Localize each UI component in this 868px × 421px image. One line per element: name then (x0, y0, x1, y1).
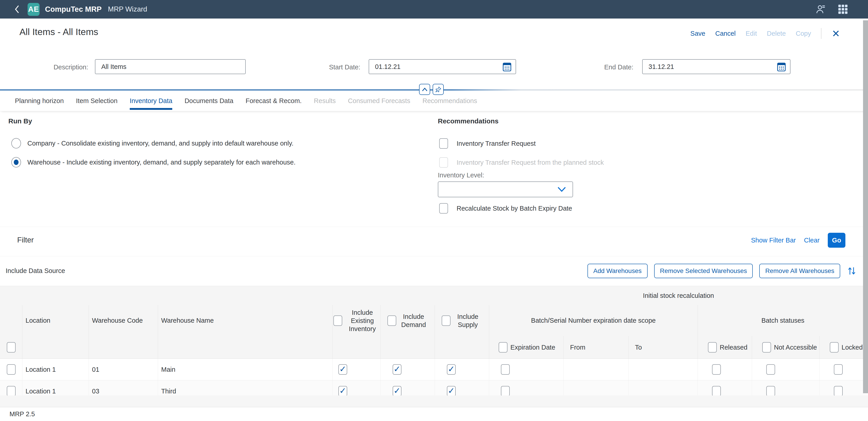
end-date-label: End Date: (592, 64, 633, 71)
col-expiration-date-label: Expiration Date (510, 344, 555, 351)
footer-bar: MRP 2.5 (0, 407, 868, 421)
grid-icon (838, 4, 848, 14)
include-supply-checkbox[interactable] (447, 364, 456, 375)
tab-recommendations: Recommendations (423, 91, 477, 111)
close-button[interactable] (831, 29, 840, 38)
close-icon (832, 30, 839, 37)
radio-company-label: Company - Consolidate existing inventory… (27, 140, 293, 147)
inventory-transfer-planned-row: Inventory Transfer Request from the plan… (439, 157, 604, 168)
delete-button: Delete (767, 30, 786, 37)
tab-documents-data[interactable]: Documents Data (184, 91, 233, 111)
sort-button[interactable] (847, 265, 857, 277)
description-input[interactable] (101, 63, 245, 71)
pin-icon (435, 86, 441, 93)
app-finder-button[interactable] (838, 4, 848, 14)
go-button[interactable]: Go (828, 233, 845, 248)
inventory-transfer-planned-checkbox (439, 157, 448, 168)
locked-checkbox[interactable] (834, 364, 843, 375)
include-demand-checkbox[interactable] (393, 364, 401, 375)
include-existing-checkbox[interactable] (338, 364, 347, 375)
col-not-accessible: Not Accessible (752, 336, 819, 359)
radio-warehouse[interactable] (11, 157, 21, 167)
expiration-date-checkbox[interactable] (501, 386, 510, 396)
col-to[interactable]: To (628, 336, 698, 359)
pin-header-button[interactable] (433, 84, 444, 95)
group-initial-stock-recalculation: Initial stock recalculation (489, 286, 868, 305)
include-demand-checkbox[interactable] (393, 386, 401, 396)
section-divider (0, 227, 868, 227)
tab-item-selection[interactable]: Item Selection (76, 91, 118, 111)
not-accessible-checkbox[interactable] (766, 386, 775, 396)
include-demand-header-checkbox[interactable] (388, 316, 396, 326)
row-select-checkbox[interactable] (7, 364, 16, 375)
content-bottom-band (0, 395, 868, 407)
col-from[interactable]: From (563, 336, 628, 359)
run-by-option-warehouse[interactable]: Warehouse - Include existing inventory, … (11, 157, 296, 167)
inventory-transfer-request-checkbox[interactable] (439, 138, 448, 149)
expiration-date-checkbox[interactable] (501, 364, 510, 375)
col-warehouse-code[interactable]: Warehouse Code (89, 305, 158, 336)
col-include-supply: Include Supply (435, 305, 489, 336)
not-accessible-header-checkbox[interactable] (762, 342, 771, 353)
col-include-existing: Include Existing Inventory (332, 305, 380, 336)
include-supply-header-checkbox[interactable] (442, 316, 451, 326)
col-locked: Locked (819, 336, 868, 359)
show-filter-bar-link[interactable]: Show Filter Bar (751, 236, 796, 244)
empty-header-cell (332, 336, 380, 359)
remove-all-warehouses-button[interactable]: Remove All Warehouses (759, 264, 840, 278)
not-accessible-checkbox[interactable] (766, 364, 775, 375)
radio-company[interactable] (11, 138, 21, 149)
inventory-transfer-request-row[interactable]: Inventory Transfer Request (439, 138, 536, 149)
header-actions: Save Cancel Edit Delete Copy (690, 28, 840, 39)
app-title: CompuTec MRP (45, 5, 102, 13)
select-all-checkbox[interactable] (7, 342, 16, 353)
collapse-header-button[interactable] (419, 84, 430, 95)
tab-forecast-recom[interactable]: Forecast & Recom. (246, 91, 302, 111)
cell-to[interactable] (628, 359, 698, 380)
expiration-date-header-checkbox[interactable] (499, 342, 507, 353)
end-date-picker-button[interactable] (777, 62, 786, 72)
app-logo[interactable]: AE (28, 3, 39, 16)
recalculate-stock-row[interactable]: Recalculate Stock by Batch Expiry Date (439, 203, 572, 214)
end-date-input[interactable] (648, 63, 777, 71)
select-all-cell (0, 336, 22, 359)
row-select-cell (0, 359, 22, 380)
include-supply-checkbox[interactable] (447, 386, 456, 396)
col-include-demand: Include Demand (380, 305, 435, 336)
account-button[interactable] (815, 4, 826, 14)
start-date-field-wrap (369, 59, 516, 74)
col-location[interactable]: Location (22, 305, 89, 336)
chevron-left-icon (14, 4, 20, 14)
locked-header-checkbox[interactable] (830, 342, 839, 353)
include-existing-checkbox[interactable] (338, 386, 347, 396)
released-checkbox[interactable] (712, 386, 721, 396)
remove-selected-warehouses-button[interactable]: Remove Selected Warehouses (654, 264, 753, 278)
col-warehouse-name[interactable]: Warehouse Name (158, 305, 332, 336)
start-date-picker-button[interactable] (502, 62, 512, 72)
vertical-scrollbar[interactable] (863, 20, 868, 393)
start-date-input[interactable] (375, 63, 502, 71)
actions-divider (821, 28, 822, 39)
save-button[interactable]: Save (690, 30, 705, 37)
cancel-button[interactable]: Cancel (715, 30, 736, 37)
recalculate-stock-checkbox[interactable] (439, 203, 448, 214)
row-select-checkbox[interactable] (7, 386, 16, 396)
cell-expiration-date (489, 359, 563, 380)
inventory-level-select[interactable] (438, 182, 573, 197)
table-row[interactable]: Location 1 01 Main (0, 359, 868, 380)
clear-link[interactable]: Clear (804, 236, 819, 244)
cell-from[interactable] (563, 359, 628, 380)
run-by-option-company[interactable]: Company - Consolidate existing inventory… (11, 138, 293, 149)
add-warehouses-button[interactable]: Add Warehouses (587, 264, 648, 278)
cell-warehouse-code: 01 (89, 359, 158, 380)
include-existing-header-checkbox[interactable] (333, 316, 342, 326)
top-app-bar: AE CompuTec MRP MRP Wizard (0, 0, 868, 19)
locked-checkbox[interactable] (834, 386, 843, 396)
released-checkbox[interactable] (712, 364, 721, 375)
back-button[interactable] (13, 3, 22, 15)
tab-planning-horizon[interactable]: Planning horizon (15, 91, 64, 111)
tab-inventory-data[interactable]: Inventory Data (130, 91, 173, 111)
table-column-header-row: Location Warehouse Code Warehouse Name I… (0, 305, 868, 336)
topbar-actions (815, 4, 848, 14)
released-header-checkbox[interactable] (708, 342, 717, 353)
